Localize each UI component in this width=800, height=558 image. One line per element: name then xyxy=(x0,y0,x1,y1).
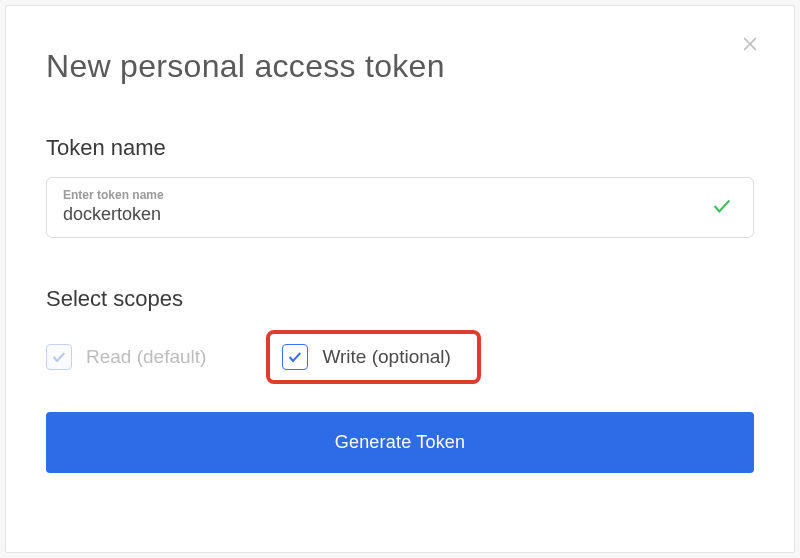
scope-read-label: Read (default) xyxy=(86,346,206,368)
select-scopes-label: Select scopes xyxy=(46,286,754,312)
scope-read-option: Read (default) xyxy=(46,330,206,384)
token-name-floating-label: Enter token name xyxy=(63,188,737,202)
token-name-label: Token name xyxy=(46,135,754,161)
close-icon xyxy=(740,34,760,58)
close-button[interactable] xyxy=(738,34,762,58)
scope-read-checkbox xyxy=(46,344,72,370)
scope-write-checkbox[interactable] xyxy=(282,344,308,370)
generate-token-button[interactable]: Generate Token xyxy=(46,412,754,473)
modal-title: New personal access token xyxy=(46,48,754,85)
check-icon xyxy=(711,195,733,221)
scope-write-label: Write (optional) xyxy=(322,346,450,368)
token-name-field-wrapper: Enter token name xyxy=(46,177,754,238)
new-token-modal: New personal access token Token name Ent… xyxy=(5,5,795,553)
token-name-input[interactable] xyxy=(63,204,697,225)
scope-write-highlight: Write (optional) xyxy=(266,330,480,384)
scopes-row: Read (default) Write (optional) xyxy=(46,330,754,384)
